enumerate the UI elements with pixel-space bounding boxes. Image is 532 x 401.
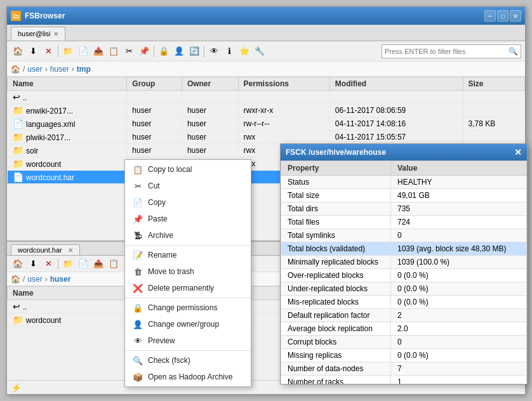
fsck-value: 1039 (avg. block size 48,30 MB) bbox=[391, 242, 527, 256]
tab-label: huser@lisi bbox=[18, 30, 51, 37]
ctx-label-rename: Rename bbox=[148, 251, 176, 260]
fsck-property: Under-replicated blocks bbox=[281, 282, 391, 296]
tb-delete-btn[interactable]: ✕ bbox=[41, 44, 55, 58]
tab-close-icon[interactable]: ✕ bbox=[53, 30, 58, 37]
ctx-item-rename[interactable]: 📝Rename bbox=[125, 247, 251, 263]
list-item[interactable]: 📁enwiki-2017... huser huser rwxr-xr-x 06… bbox=[8, 104, 525, 117]
s-tb-delete-btn[interactable]: ✕ bbox=[41, 257, 55, 271]
s-tb-download-btn[interactable]: ⬇ bbox=[26, 257, 40, 271]
tb-owner-btn[interactable]: 👤 bbox=[172, 44, 186, 58]
tb-new-file-btn[interactable]: 📄 bbox=[76, 44, 90, 58]
title-bar: 🗂 FSBrowser ─ □ ✕ bbox=[7, 7, 525, 25]
second-tab-wordcount-har[interactable]: wordcount.har ✕ bbox=[11, 244, 80, 255]
ctx-item-preview[interactable]: 👁Preview bbox=[125, 332, 251, 349]
file-icon: 📁 bbox=[13, 145, 23, 155]
breadcrumb-item-tmp[interactable]: tmp bbox=[77, 65, 91, 74]
close-button[interactable]: ✕ bbox=[510, 10, 521, 22]
maximize-button[interactable]: □ bbox=[497, 10, 509, 22]
ctx-icon-cut: ✂ bbox=[133, 181, 143, 191]
tb-paste-btn[interactable]: 📌 bbox=[137, 44, 151, 58]
s-tb-upload-btn[interactable]: 📤 bbox=[91, 257, 105, 271]
ctx-label-preview: Preview bbox=[148, 336, 175, 345]
col-modified[interactable]: Modified bbox=[329, 77, 463, 91]
main-window: 🗂 FSBrowser ─ □ ✕ huser@lisi ✕ 🏠 ⬇ ✕ 📁 📄… bbox=[6, 6, 526, 395]
search-input[interactable] bbox=[385, 48, 509, 55]
s-tb-copy-btn[interactable]: 📋 bbox=[107, 257, 121, 271]
col-size[interactable]: Size bbox=[463, 77, 525, 91]
fsck-value: 0 (0.0 %) bbox=[391, 296, 527, 309]
tb-permissions-btn[interactable]: 🔒 bbox=[157, 44, 171, 58]
fsck-property: Number of data-nodes bbox=[281, 362, 391, 376]
s-breadcrumb-huser[interactable]: huser bbox=[50, 275, 71, 284]
tb-cut-btn[interactable]: ✂ bbox=[122, 44, 136, 58]
breadcrumb-item-huser[interactable]: huser bbox=[50, 65, 69, 74]
fsck-row: Status HEALTHY bbox=[281, 176, 527, 189]
fsck-value: 735 bbox=[391, 202, 527, 216]
fsck-row: Total symlinks 0 bbox=[281, 229, 527, 242]
tb-sep-1 bbox=[58, 46, 58, 57]
list-item[interactable]: ↩.. bbox=[8, 91, 525, 104]
fsck-row: Under-replicated blocks 0 (0.0 %) bbox=[281, 282, 527, 296]
fsck-value: 2.0 bbox=[391, 322, 527, 336]
s-breadcrumb-user[interactable]: user bbox=[27, 275, 42, 284]
fsck-col-value: Value bbox=[391, 161, 527, 176]
ctx-item-archive[interactable]: 🗜Archive bbox=[125, 227, 251, 244]
file-icon: 📁 bbox=[13, 159, 23, 169]
ctx-item-open-hadoop-archive[interactable]: 📦Open as Hadoop Archive bbox=[125, 369, 251, 385]
ctx-item-cut[interactable]: ✂Cut bbox=[125, 178, 251, 194]
fsck-title-text: FSCK /user/hive/warehouse bbox=[286, 148, 386, 157]
ctx-icon-move-to-trash: 🗑 bbox=[133, 266, 143, 277]
fsck-row: Corrupt blocks 0 bbox=[281, 336, 527, 349]
tab-huser-lisi[interactable]: huser@lisi ✕ bbox=[11, 27, 65, 41]
s-tb-root-btn[interactable]: 🏠 bbox=[11, 257, 25, 271]
tb-settings-btn[interactable]: 🔧 bbox=[253, 44, 267, 58]
second-tab-close-icon[interactable]: ✕ bbox=[68, 247, 73, 254]
ctx-item-check-fsck[interactable]: 🔍Check (fsck) bbox=[125, 352, 251, 369]
ctx-label-change-owner-group: Change owner/group bbox=[148, 320, 219, 329]
fsck-property: Minimally replicated blocks bbox=[281, 256, 391, 269]
ctx-item-change-owner-group[interactable]: 👤Change owner/group bbox=[125, 316, 251, 332]
fsck-property: Corrupt blocks bbox=[281, 336, 391, 349]
ctx-label-cut: Cut bbox=[148, 181, 160, 190]
col-group[interactable]: Group bbox=[127, 77, 182, 91]
ctx-separator bbox=[125, 245, 251, 246]
fsck-row: Default replication factor 2 bbox=[281, 309, 527, 322]
tb-info-btn[interactable]: ℹ bbox=[222, 44, 236, 58]
tb-preview-btn[interactable]: 👁 bbox=[207, 44, 221, 58]
ctx-item-move-to-trash[interactable]: 🗑Move to trash bbox=[125, 263, 251, 280]
col-permissions[interactable]: Permissions bbox=[238, 77, 329, 91]
tb-new-folder-btn[interactable]: 📁 bbox=[61, 44, 75, 58]
fsck-value: 7 bbox=[391, 362, 527, 376]
ctx-icon-change-permissions: 🔒 bbox=[133, 303, 143, 313]
tb-copy-btn[interactable]: 📋 bbox=[107, 44, 121, 58]
search-icon: 🔍 bbox=[509, 47, 518, 56]
tb-root-btn[interactable]: 🏠 bbox=[11, 44, 25, 58]
tb-download-btn[interactable]: ⬇ bbox=[26, 44, 40, 58]
s-tb-new-folder-btn[interactable]: 📁 bbox=[61, 257, 75, 271]
col-owner[interactable]: Owner bbox=[182, 77, 238, 91]
fsck-property: Mis-replicated blocks bbox=[281, 296, 391, 309]
fsck-property: Default replication factor bbox=[281, 309, 391, 322]
breadcrumb-item-user[interactable]: user bbox=[27, 65, 42, 74]
minimize-button[interactable]: ─ bbox=[484, 10, 496, 22]
ctx-item-copy-to-local[interactable]: 📋Copy to local bbox=[125, 161, 251, 178]
list-item[interactable]: 📁plwiki-2017... huser huser rwx 04-11-20… bbox=[8, 131, 525, 144]
col-name[interactable]: Name bbox=[8, 77, 127, 91]
fsck-close-button[interactable]: ✕ bbox=[514, 148, 522, 157]
ctx-item-paste[interactable]: 📌Paste bbox=[125, 211, 251, 227]
ctx-item-copy[interactable]: 📄Copy bbox=[125, 194, 251, 211]
ctx-icon-open-hadoop-archive: 📦 bbox=[133, 372, 143, 382]
tb-refresh-btn[interactable]: 🔄 bbox=[187, 44, 201, 58]
file-icon: 📁 bbox=[13, 315, 23, 325]
list-item[interactable]: 📄languages.xml huser huser rw-r--r-- 04-… bbox=[8, 117, 525, 131]
tb-upload-btn[interactable]: 📤 bbox=[91, 44, 105, 58]
tb-bookmark-btn[interactable]: ⭐ bbox=[237, 44, 251, 58]
s-tb-new-file-btn[interactable]: 📄 bbox=[76, 257, 90, 271]
fsck-row: Total size 49,01 GB bbox=[281, 189, 527, 202]
fsck-row: Average block replication 2.0 bbox=[281, 322, 527, 336]
file-icon: ↩ bbox=[13, 301, 20, 312]
ctx-item-change-permissions[interactable]: 🔒Change permissions bbox=[125, 299, 251, 316]
file-icon: 📁 bbox=[13, 105, 23, 115]
ctx-item-delete-permanently[interactable]: ❌Delete permanently bbox=[125, 280, 251, 296]
fsck-property: Total dirs bbox=[281, 202, 391, 216]
